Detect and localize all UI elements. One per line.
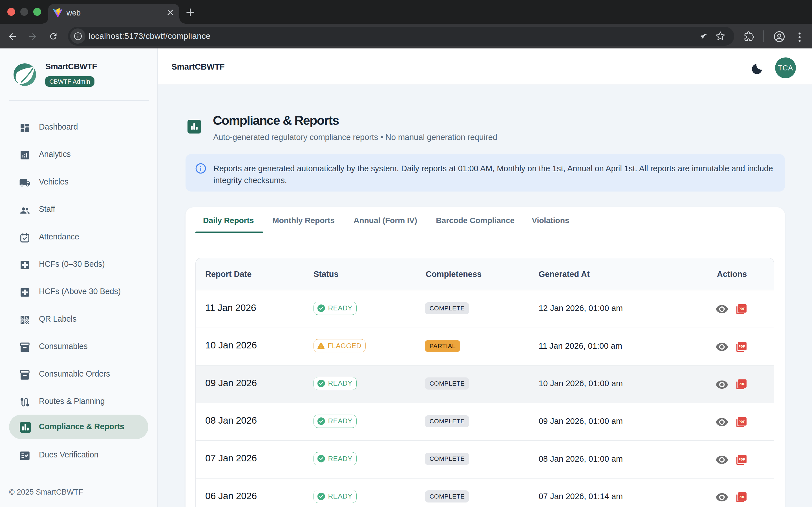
svg-text:PDF: PDF xyxy=(739,383,745,386)
svg-text:PDF: PDF xyxy=(739,496,745,499)
svg-text:PDF: PDF xyxy=(739,458,745,461)
svg-text:PDF: PDF xyxy=(739,307,745,311)
svg-text:PDF: PDF xyxy=(739,345,745,348)
svg-text:PDF: PDF xyxy=(739,420,745,424)
